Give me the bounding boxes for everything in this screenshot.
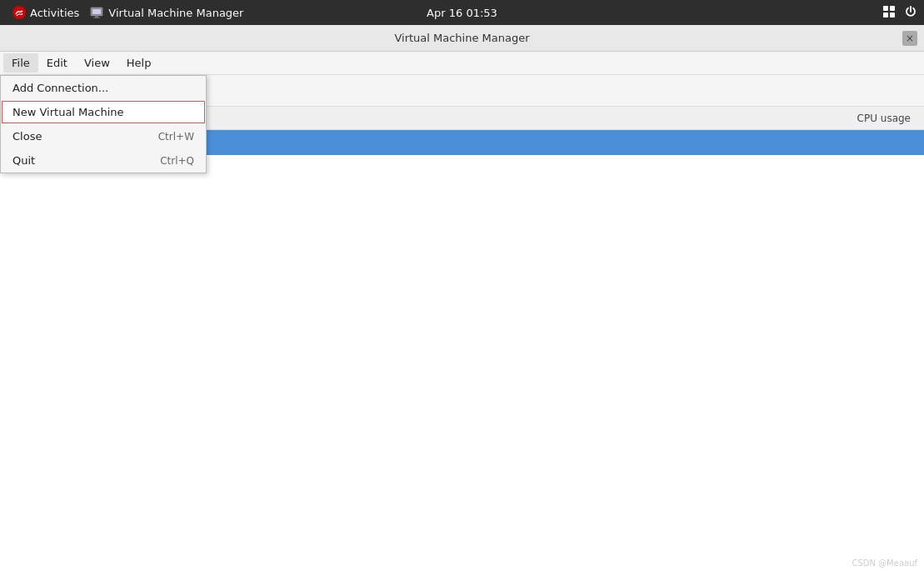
window-titlebar: Virtual Machine Manager × (0, 25, 924, 52)
system-bar-app-title: Virtual Machine Manager (108, 7, 243, 19)
quit-shortcut: Ctrl+Q (160, 155, 194, 167)
svg-rect-3 (95, 16, 98, 18)
new-virtual-machine-label: New Virtual Machine (12, 106, 124, 118)
system-bar-right (882, 5, 917, 21)
svg-rect-4 (93, 18, 100, 18)
svg-rect-2 (92, 9, 101, 14)
menu-quit[interactable]: Quit Ctrl+Q (1, 148, 206, 173)
menu-item-view[interactable]: View (76, 53, 118, 73)
quit-label: Quit (12, 154, 35, 167)
power-icon[interactable] (904, 5, 917, 21)
table-header-cpu: CPU usage (799, 113, 924, 124)
system-bar: Activities Virtual Machine Manager Apr 1… (0, 0, 924, 25)
system-bar-app: Virtual Machine Manager (89, 5, 243, 20)
redhat-icon (12, 5, 27, 20)
content-area: ▾ CPU usage CSDN @Meaauf (0, 107, 924, 571)
file-dropdown-menu: Add Connection... New Virtual Machine Cl… (0, 75, 207, 173)
menu-item-edit[interactable]: Edit (38, 53, 76, 73)
menu-item-help[interactable]: Help (118, 53, 160, 73)
menu-add-connection[interactable]: Add Connection... (1, 76, 206, 100)
watermark: CSDN @Meaauf (852, 558, 917, 568)
svg-rect-7 (883, 13, 888, 18)
virt-manager-icon (89, 5, 104, 20)
window-close-button[interactable]: × (902, 31, 917, 46)
svg-rect-5 (883, 6, 888, 11)
grid-icon[interactable] (882, 5, 896, 21)
window-title: Virtual Machine Manager (394, 32, 529, 44)
svg-point-0 (12, 6, 26, 19)
system-bar-time: Apr 16 01:53 (427, 7, 497, 19)
close-shortcut: Ctrl+W (158, 131, 194, 143)
menu-close[interactable]: Close Ctrl+W (1, 124, 206, 148)
menu-item-file[interactable]: File (3, 53, 38, 73)
svg-rect-8 (890, 13, 895, 18)
close-label: Close (12, 130, 42, 143)
activities-button[interactable]: Activities (7, 3, 84, 22)
add-connection-label: Add Connection... (12, 82, 108, 94)
menu-bar: File Edit View Help (0, 52, 924, 75)
system-bar-left: Activities Virtual Machine Manager (7, 3, 243, 22)
activities-label: Activities (30, 7, 79, 19)
svg-rect-6 (890, 6, 895, 11)
menu-new-virtual-machine[interactable]: New Virtual Machine (1, 100, 206, 124)
